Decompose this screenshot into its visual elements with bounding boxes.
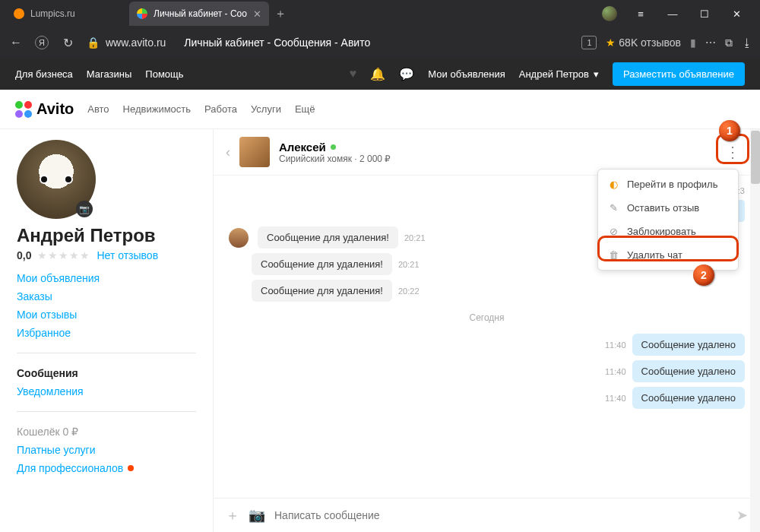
camera-icon[interactable]: 📷 — [249, 507, 265, 524]
menu-block[interactable]: ⊘Заблокировать — [598, 220, 738, 243]
downloads-icon[interactable]: ⭳ — [742, 36, 752, 49]
menu-delete-chat[interactable]: 🗑Удалить чат — [598, 243, 738, 267]
bell-icon[interactable]: 🔔 — [370, 67, 385, 81]
attach-icon[interactable]: ＋ — [226, 506, 239, 524]
stars-icon: ★★★★★ — [37, 249, 90, 261]
bookmark-icon[interactable]: ▮ — [690, 36, 696, 49]
peer-avatar[interactable] — [239, 137, 270, 167]
annotation-badge-1: 1 — [719, 120, 740, 141]
avito-logo[interactable]: Avito — [15, 100, 74, 118]
msg-deleted: Сообщение удалено — [632, 387, 745, 409]
profile-icon: ◐ — [607, 179, 619, 190]
sidebar-item-my-ads[interactable]: Мои объявления — [17, 272, 196, 284]
nav-shops[interactable]: Магазины — [87, 68, 132, 80]
nav-help[interactable]: Помощь — [145, 68, 183, 80]
msg-deleted: Сообщение удалено — [632, 334, 745, 356]
back-icon[interactable]: ‹ — [226, 144, 230, 160]
listing-subtitle[interactable]: Сирийский хомяк · 2 000 ₽ — [279, 154, 391, 164]
reviews-badge[interactable]: ★ 68K отзывов — [606, 36, 681, 49]
cat-services[interactable]: Услуги — [251, 103, 281, 115]
nav-user[interactable]: Андрей Петров ▾ — [519, 68, 599, 80]
block-icon: ⊘ — [607, 226, 619, 237]
chevron-down-icon: ▾ — [594, 68, 599, 80]
msg-time: 20:21 — [398, 260, 420, 269]
tab-title: Личный кабинет - Соо — [154, 8, 247, 19]
more-icon[interactable]: ⋯ — [705, 36, 716, 49]
minimize-icon[interactable]: ― — [664, 8, 681, 20]
address-bar: ← Я ↻ 🔒 www.avito.ru Личный кабинет - Со… — [0, 27, 760, 58]
sidebar-item-my-reviews[interactable]: Мои отзывы — [17, 309, 196, 321]
sidebar-item-wallet[interactable]: Кошелёк 0 ₽ — [17, 426, 196, 438]
favicon-icon — [137, 8, 147, 19]
sidebar-item-paid[interactable]: Платные услуги — [17, 444, 196, 456]
extensions-icon[interactable]: ⧉ — [725, 36, 733, 49]
cat-jobs[interactable]: Работа — [204, 103, 237, 115]
msg-deleted: Сообщение удалено — [632, 360, 745, 382]
menu-goto-profile[interactable]: ◐Перейти в профиль — [598, 173, 738, 196]
tracker-shield-icon[interactable]: 1 — [581, 36, 597, 49]
cat-more[interactable]: Ещё — [295, 103, 315, 115]
rating-row: 0,0 ★★★★★ Нет отзывов — [17, 249, 196, 261]
msg-time: 11:40 — [605, 340, 626, 350]
camera-icon[interactable]: 📷 — [76, 201, 93, 217]
no-reviews-link[interactable]: Нет отзывов — [97, 249, 158, 261]
review-icon: ✎ — [607, 202, 619, 214]
reload-icon[interactable]: ↻ — [59, 36, 76, 50]
day-separator: Сегодня — [229, 312, 745, 323]
back-icon[interactable]: ← — [8, 36, 24, 49]
new-tab-button[interactable]: ＋ — [271, 4, 290, 24]
cat-auto[interactable]: Авто — [87, 103, 109, 115]
msg-received: Сообщение для удаления! — [258, 226, 398, 249]
url-host[interactable]: www.avito.ru — [106, 36, 166, 49]
msg-time: 20:22 — [398, 287, 420, 296]
send-icon[interactable]: ➤ — [736, 507, 748, 524]
cat-realty[interactable]: Недвижимость — [123, 103, 191, 115]
compose-input[interactable] — [274, 509, 727, 521]
favicon-icon — [14, 8, 24, 19]
msg-time: 11:40 — [605, 367, 626, 376]
sidebar-username: Андрей Петров — [17, 225, 196, 246]
close-window-icon[interactable]: ✕ — [728, 8, 745, 20]
yandex-icon[interactable]: Я — [35, 36, 49, 49]
nav-business[interactable]: Для бизнеса — [15, 68, 73, 80]
messages-icon[interactable]: 💬 — [399, 67, 414, 81]
peer-mini-avatar — [229, 228, 249, 248]
profile-sidebar: 📷 Андрей Петров 0,0 ★★★★★ Нет отзывов Мо… — [0, 129, 213, 532]
menu-leave-review[interactable]: ✎Оставить отзыв — [598, 196, 738, 220]
sidebar-item-notifications[interactable]: Уведомления — [17, 385, 196, 397]
avito-dots-icon — [15, 101, 32, 118]
profile-avatar-icon[interactable] — [602, 6, 617, 21]
msg-received: Сообщение для удаления! — [252, 253, 392, 275]
sidebar-item-favorites[interactable]: Избранное — [17, 327, 196, 339]
rating-value: 0,0 — [17, 249, 31, 261]
nav-my-listings[interactable]: Мои объявления — [428, 68, 505, 80]
trash-icon: 🗑 — [607, 249, 619, 261]
heart-icon[interactable]: ♥ — [350, 67, 357, 81]
tab-strip: Lumpics.ru Личный кабинет - Соо ✕ ＋ ≡ ― … — [0, 0, 760, 27]
page-title: Личный кабинет - Сообщения - Авито — [184, 36, 571, 49]
chat-dropdown: ◐Перейти в профиль ✎Оставить отзыв ⊘Забл… — [597, 169, 739, 271]
peer-name[interactable]: Алексей — [279, 141, 326, 154]
sidebar-item-messages[interactable]: Сообщения — [17, 367, 196, 379]
menu-icon[interactable]: ≡ — [632, 8, 649, 20]
post-ad-button[interactable]: Разместить объявление — [613, 62, 745, 86]
lock-icon[interactable]: 🔒 — [87, 36, 100, 49]
tab-title: Lumpics.ru — [30, 8, 75, 19]
annotation-badge-2: 2 — [693, 264, 714, 286]
msg-time: 11:40 — [605, 394, 626, 403]
sidebar-item-orders[interactable]: Заказы — [17, 290, 196, 302]
maximize-icon[interactable]: ☐ — [696, 8, 713, 20]
chat-menu-button[interactable]: ⋮ — [717, 140, 748, 164]
chat-pane: ‹ Алексей Сирийский хомяк · 2 000 ₽ ⋮ 19… — [213, 129, 760, 532]
msg-received: Сообщение для удаления! — [252, 280, 392, 302]
tab-lumpics[interactable]: Lumpics.ru — [6, 2, 128, 26]
user-avatar[interactable]: 📷 — [17, 140, 96, 219]
tab-avito[interactable]: Личный кабинет - Соо ✕ — [129, 2, 269, 26]
close-icon[interactable]: ✕ — [253, 8, 261, 20]
notification-dot-icon — [128, 465, 134, 471]
sidebar-item-pro[interactable]: Для профессионалов — [17, 462, 196, 474]
top-nav: Для бизнеса Магазины Помощь ♥ 🔔 💬 Мои об… — [0, 58, 760, 90]
logo-nav: Avito Авто Недвижимость Работа Услуги Ещ… — [0, 90, 760, 129]
online-dot-icon — [331, 144, 336, 150]
msg-time: 20:21 — [404, 233, 426, 242]
